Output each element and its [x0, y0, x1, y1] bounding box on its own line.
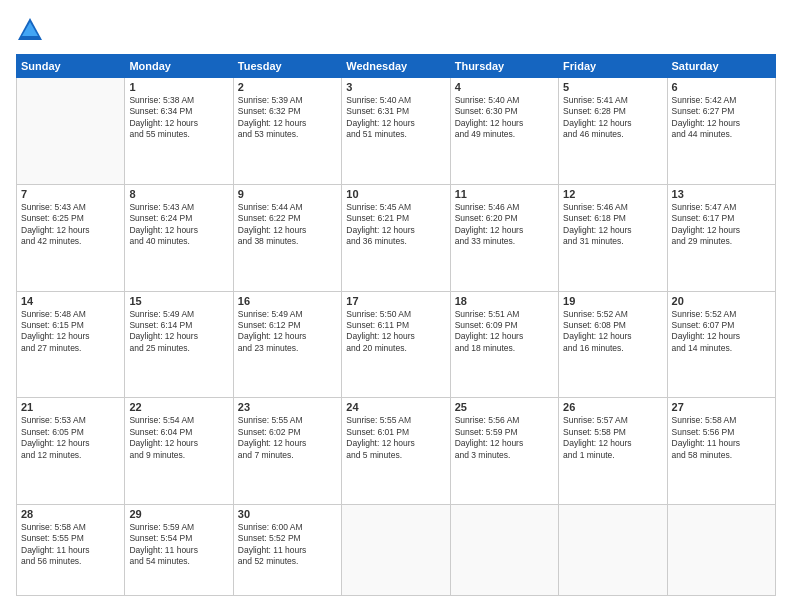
cell-content: Sunrise: 5:52 AM Sunset: 6:08 PM Dayligh… [563, 309, 662, 355]
calendar-cell: 14Sunrise: 5:48 AM Sunset: 6:15 PM Dayli… [17, 291, 125, 398]
calendar-cell: 7Sunrise: 5:43 AM Sunset: 6:25 PM Daylig… [17, 184, 125, 291]
day-number: 27 [672, 401, 771, 413]
cell-content: Sunrise: 5:56 AM Sunset: 5:59 PM Dayligh… [455, 415, 554, 461]
cell-content: Sunrise: 5:40 AM Sunset: 6:30 PM Dayligh… [455, 95, 554, 141]
calendar-cell: 23Sunrise: 5:55 AM Sunset: 6:02 PM Dayli… [233, 398, 341, 505]
day-number: 10 [346, 188, 445, 200]
day-number: 7 [21, 188, 120, 200]
calendar-cell: 15Sunrise: 5:49 AM Sunset: 6:14 PM Dayli… [125, 291, 233, 398]
day-number: 2 [238, 81, 337, 93]
calendar-cell: 19Sunrise: 5:52 AM Sunset: 6:08 PM Dayli… [559, 291, 667, 398]
weekday-header-monday: Monday [125, 55, 233, 78]
calendar-cell: 30Sunrise: 6:00 AM Sunset: 5:52 PM Dayli… [233, 505, 341, 596]
weekday-header-sunday: Sunday [17, 55, 125, 78]
day-number: 22 [129, 401, 228, 413]
calendar-cell: 22Sunrise: 5:54 AM Sunset: 6:04 PM Dayli… [125, 398, 233, 505]
cell-content: Sunrise: 5:58 AM Sunset: 5:55 PM Dayligh… [21, 522, 120, 568]
logo-icon [16, 16, 44, 44]
calendar-cell: 24Sunrise: 5:55 AM Sunset: 6:01 PM Dayli… [342, 398, 450, 505]
day-number: 15 [129, 295, 228, 307]
cell-content: Sunrise: 5:48 AM Sunset: 6:15 PM Dayligh… [21, 309, 120, 355]
page: SundayMondayTuesdayWednesdayThursdayFrid… [0, 0, 792, 612]
day-number: 8 [129, 188, 228, 200]
day-number: 17 [346, 295, 445, 307]
cell-content: Sunrise: 5:41 AM Sunset: 6:28 PM Dayligh… [563, 95, 662, 141]
day-number: 13 [672, 188, 771, 200]
cell-content: Sunrise: 5:51 AM Sunset: 6:09 PM Dayligh… [455, 309, 554, 355]
calendar-cell: 25Sunrise: 5:56 AM Sunset: 5:59 PM Dayli… [450, 398, 558, 505]
cell-content: Sunrise: 5:55 AM Sunset: 6:02 PM Dayligh… [238, 415, 337, 461]
cell-content: Sunrise: 5:49 AM Sunset: 6:14 PM Dayligh… [129, 309, 228, 355]
day-number: 25 [455, 401, 554, 413]
day-number: 5 [563, 81, 662, 93]
cell-content: Sunrise: 5:47 AM Sunset: 6:17 PM Dayligh… [672, 202, 771, 248]
calendar-cell: 5Sunrise: 5:41 AM Sunset: 6:28 PM Daylig… [559, 78, 667, 185]
cell-content: Sunrise: 5:50 AM Sunset: 6:11 PM Dayligh… [346, 309, 445, 355]
day-number: 26 [563, 401, 662, 413]
cell-content: Sunrise: 5:45 AM Sunset: 6:21 PM Dayligh… [346, 202, 445, 248]
calendar-table: SundayMondayTuesdayWednesdayThursdayFrid… [16, 54, 776, 596]
calendar-week-2: 7Sunrise: 5:43 AM Sunset: 6:25 PM Daylig… [17, 184, 776, 291]
calendar-week-5: 28Sunrise: 5:58 AM Sunset: 5:55 PM Dayli… [17, 505, 776, 596]
day-number: 23 [238, 401, 337, 413]
calendar-cell: 9Sunrise: 5:44 AM Sunset: 6:22 PM Daylig… [233, 184, 341, 291]
calendar-cell: 3Sunrise: 5:40 AM Sunset: 6:31 PM Daylig… [342, 78, 450, 185]
calendar-cell: 27Sunrise: 5:58 AM Sunset: 5:56 PM Dayli… [667, 398, 775, 505]
cell-content: Sunrise: 5:38 AM Sunset: 6:34 PM Dayligh… [129, 95, 228, 141]
day-number: 3 [346, 81, 445, 93]
cell-content: Sunrise: 5:58 AM Sunset: 5:56 PM Dayligh… [672, 415, 771, 461]
cell-content: Sunrise: 5:43 AM Sunset: 6:24 PM Dayligh… [129, 202, 228, 248]
calendar-cell [667, 505, 775, 596]
day-number: 29 [129, 508, 228, 520]
calendar-cell: 1Sunrise: 5:38 AM Sunset: 6:34 PM Daylig… [125, 78, 233, 185]
cell-content: Sunrise: 5:52 AM Sunset: 6:07 PM Dayligh… [672, 309, 771, 355]
calendar-cell: 8Sunrise: 5:43 AM Sunset: 6:24 PM Daylig… [125, 184, 233, 291]
day-number: 24 [346, 401, 445, 413]
logo [16, 16, 48, 44]
weekday-header-wednesday: Wednesday [342, 55, 450, 78]
cell-content: Sunrise: 5:42 AM Sunset: 6:27 PM Dayligh… [672, 95, 771, 141]
calendar-cell: 11Sunrise: 5:46 AM Sunset: 6:20 PM Dayli… [450, 184, 558, 291]
calendar-cell: 16Sunrise: 5:49 AM Sunset: 6:12 PM Dayli… [233, 291, 341, 398]
day-number: 16 [238, 295, 337, 307]
calendar-cell: 10Sunrise: 5:45 AM Sunset: 6:21 PM Dayli… [342, 184, 450, 291]
day-number: 12 [563, 188, 662, 200]
day-number: 4 [455, 81, 554, 93]
cell-content: Sunrise: 6:00 AM Sunset: 5:52 PM Dayligh… [238, 522, 337, 568]
calendar-cell: 12Sunrise: 5:46 AM Sunset: 6:18 PM Dayli… [559, 184, 667, 291]
cell-content: Sunrise: 5:43 AM Sunset: 6:25 PM Dayligh… [21, 202, 120, 248]
day-number: 6 [672, 81, 771, 93]
cell-content: Sunrise: 5:54 AM Sunset: 6:04 PM Dayligh… [129, 415, 228, 461]
day-number: 9 [238, 188, 337, 200]
calendar-week-4: 21Sunrise: 5:53 AM Sunset: 6:05 PM Dayli… [17, 398, 776, 505]
day-number: 19 [563, 295, 662, 307]
day-number: 11 [455, 188, 554, 200]
calendar-cell: 17Sunrise: 5:50 AM Sunset: 6:11 PM Dayli… [342, 291, 450, 398]
cell-content: Sunrise: 5:39 AM Sunset: 6:32 PM Dayligh… [238, 95, 337, 141]
weekday-header-friday: Friday [559, 55, 667, 78]
calendar-cell [450, 505, 558, 596]
cell-content: Sunrise: 5:53 AM Sunset: 6:05 PM Dayligh… [21, 415, 120, 461]
day-number: 1 [129, 81, 228, 93]
day-number: 14 [21, 295, 120, 307]
calendar-week-1: 1Sunrise: 5:38 AM Sunset: 6:34 PM Daylig… [17, 78, 776, 185]
day-number: 18 [455, 295, 554, 307]
calendar-cell: 26Sunrise: 5:57 AM Sunset: 5:58 PM Dayli… [559, 398, 667, 505]
weekday-header-tuesday: Tuesday [233, 55, 341, 78]
cell-content: Sunrise: 5:40 AM Sunset: 6:31 PM Dayligh… [346, 95, 445, 141]
header [16, 16, 776, 44]
cell-content: Sunrise: 5:46 AM Sunset: 6:20 PM Dayligh… [455, 202, 554, 248]
calendar-cell: 29Sunrise: 5:59 AM Sunset: 5:54 PM Dayli… [125, 505, 233, 596]
calendar-cell [559, 505, 667, 596]
calendar-cell: 4Sunrise: 5:40 AM Sunset: 6:30 PM Daylig… [450, 78, 558, 185]
weekday-header-row: SundayMondayTuesdayWednesdayThursdayFrid… [17, 55, 776, 78]
day-number: 28 [21, 508, 120, 520]
cell-content: Sunrise: 5:44 AM Sunset: 6:22 PM Dayligh… [238, 202, 337, 248]
day-number: 30 [238, 508, 337, 520]
calendar-cell: 28Sunrise: 5:58 AM Sunset: 5:55 PM Dayli… [17, 505, 125, 596]
calendar-cell: 13Sunrise: 5:47 AM Sunset: 6:17 PM Dayli… [667, 184, 775, 291]
weekday-header-thursday: Thursday [450, 55, 558, 78]
cell-content: Sunrise: 5:49 AM Sunset: 6:12 PM Dayligh… [238, 309, 337, 355]
cell-content: Sunrise: 5:57 AM Sunset: 5:58 PM Dayligh… [563, 415, 662, 461]
day-number: 21 [21, 401, 120, 413]
